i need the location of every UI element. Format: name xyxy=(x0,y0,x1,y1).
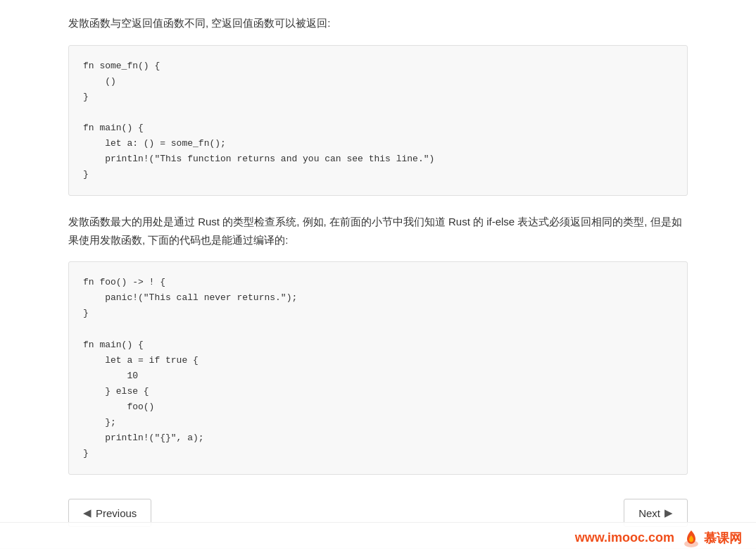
fire-icon xyxy=(681,528,701,548)
watermark-logo-text: 慕课网 xyxy=(704,530,742,547)
watermark-text: www.imooc.com xyxy=(575,530,674,545)
code-block-1: fn some_fn() { () } fn main() { let a: (… xyxy=(68,45,688,197)
arrow-right-icon: ▶ xyxy=(664,507,673,519)
code-block-2: fn foo() -> ! { panic!("This call never … xyxy=(68,261,688,475)
intro-text-1: 发散函数与空返回值函数不同, 空返回值函数可以被返回: xyxy=(68,14,688,32)
section-text: 发散函数最大的用处是通过 Rust 的类型检查系统, 例如, 在前面的小节中我们… xyxy=(68,213,688,249)
arrow-left-icon: ◀ xyxy=(83,507,92,519)
next-label: Next xyxy=(638,507,660,519)
watermark-bar: www.imooc.com 慕课网 xyxy=(0,522,756,553)
prev-label: Previous xyxy=(96,507,137,519)
watermark-logo: 慕课网 xyxy=(681,528,742,548)
